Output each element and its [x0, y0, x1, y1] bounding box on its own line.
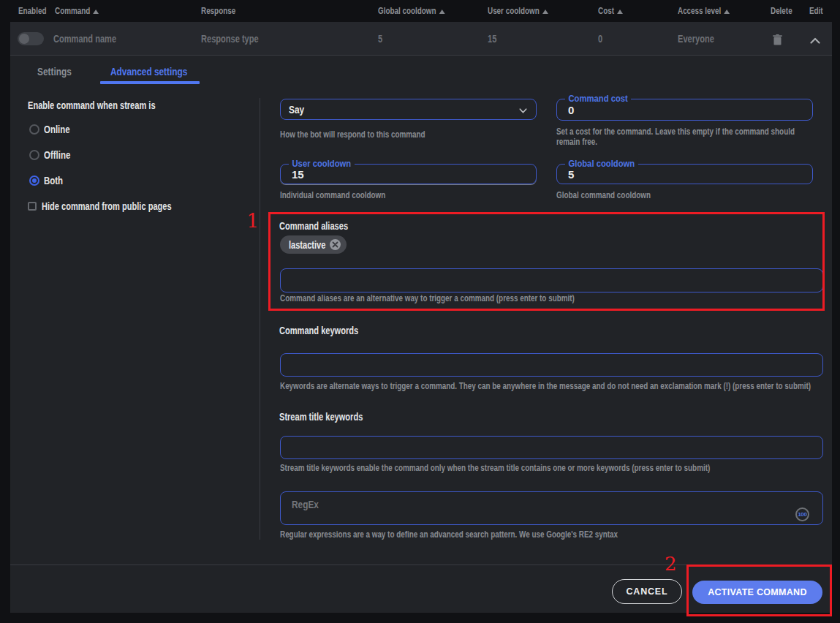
hide-command-checkbox[interactable]: Hide command from public pages	[28, 201, 206, 211]
command-cost-value: 0	[568, 99, 574, 120]
col-header-enabled: Enabled	[18, 0, 46, 22]
col-header-command[interactable]: Command	[55, 0, 99, 22]
row-command-name: Command name	[53, 22, 116, 56]
col-header-label: Global cooldown	[378, 6, 436, 16]
cancel-button[interactable]: CANCEL	[612, 579, 682, 604]
col-header-delete: Delete	[771, 0, 792, 22]
col-header-label: Cost	[598, 6, 614, 16]
row-access-level: Everyone	[678, 22, 714, 56]
regex-placeholder: RegEx	[292, 498, 319, 510]
row-global-cooldown: 5	[378, 22, 382, 56]
col-header-edit: Edit	[809, 0, 823, 22]
col-header-label: Access level	[678, 6, 721, 16]
table-header: Enabled Command Response Global cooldown…	[0, 0, 840, 22]
toggle-thumb	[19, 34, 29, 44]
radio-circle-icon[interactable]	[29, 150, 39, 160]
radio-circle-icon[interactable]	[29, 124, 39, 135]
col-header-label: Enabled	[18, 6, 46, 16]
response-type-value: Say	[281, 103, 304, 116]
row-cost: 0	[598, 22, 602, 56]
col-header-label: User cooldown	[488, 6, 540, 16]
col-header-global-cooldown[interactable]: Global cooldown	[378, 0, 444, 22]
sort-asc-icon[interactable]	[724, 10, 730, 14]
col-header-access-level[interactable]: Access level	[678, 0, 730, 22]
char-counter-badge: 100	[795, 507, 809, 521]
response-type-caption: How the bot will respond to this command	[280, 130, 425, 140]
command-row: Command name Response type 5 15 0 Everyo…	[10, 22, 832, 56]
stream-title-keywords-heading: Stream title keywords	[279, 411, 363, 423]
keywords-input[interactable]	[280, 353, 823, 377]
col-header-response: Response	[201, 0, 235, 22]
sort-asc-icon[interactable]	[617, 10, 623, 14]
checkbox-label: Hide command from public pages	[42, 200, 172, 212]
response-type-select[interactable]: Say	[280, 99, 537, 120]
collapse-row-button[interactable]	[807, 32, 823, 48]
checkbox-icon[interactable]	[28, 202, 37, 211]
user-cooldown-field[interactable]: User cooldown 15	[280, 164, 537, 184]
user-cooldown-value: 15	[292, 165, 304, 184]
col-header-label: Command	[55, 6, 90, 16]
command-cost-label: Command cost	[565, 94, 631, 104]
annotation-number-2: 2	[665, 554, 677, 573]
annotation-box-2	[686, 565, 832, 616]
global-cooldown-field[interactable]: Global cooldown 5	[556, 164, 813, 184]
radio-label: Both	[44, 175, 63, 186]
radio-offline[interactable]: Offline	[29, 149, 77, 161]
stream-title-keywords-input[interactable]	[280, 436, 823, 459]
char-counter-value: 100	[798, 511, 807, 518]
chevron-down-icon	[518, 105, 528, 115]
sort-asc-icon[interactable]	[439, 10, 445, 14]
global-cooldown-caption: Global command cooldown	[556, 191, 651, 201]
trash-icon	[773, 34, 782, 45]
row-user-cooldown: 15	[488, 22, 496, 56]
column-divider	[260, 98, 260, 540]
row-response-type: Response type	[201, 22, 259, 56]
col-header-user-cooldown[interactable]: User cooldown	[488, 0, 548, 22]
radio-label: Online	[44, 124, 70, 135]
radio-both[interactable]: Both	[29, 175, 68, 186]
annotation-number-1: 1	[246, 211, 259, 230]
user-cooldown-caption: Individual command cooldown	[280, 191, 385, 201]
col-header-label: Edit	[809, 6, 823, 16]
chevron-up-icon	[810, 37, 820, 44]
col-header-cost[interactable]: Cost	[598, 0, 623, 22]
tab-advanced-settings[interactable]: Advanced settings	[110, 63, 187, 79]
delete-command-button[interactable]	[769, 31, 785, 48]
global-cooldown-label: Global cooldown	[565, 159, 638, 169]
keywords-caption: Keywords are alternate ways to trigger a…	[280, 382, 811, 392]
command-panel: Command name Response type 5 15 0 Everyo…	[10, 22, 832, 613]
active-tab-indicator	[100, 81, 200, 84]
command-cost-field[interactable]: Command cost 0	[556, 99, 813, 121]
radio-selected-icon[interactable]	[29, 175, 39, 186]
radio-label: Offline	[44, 149, 70, 161]
keywords-heading: Command keywords	[279, 325, 358, 336]
annotation-box-1	[268, 212, 825, 311]
regex-input[interactable]: RegEx 100	[280, 491, 823, 525]
global-cooldown-value: 5	[568, 165, 574, 184]
col-header-label: Delete	[771, 6, 792, 16]
regex-caption: Regular expressions are a way to define …	[280, 530, 618, 540]
radio-online[interactable]: Online	[29, 124, 77, 135]
sort-asc-icon[interactable]	[93, 10, 99, 14]
stream-state-heading: Enable command when stream is	[28, 99, 156, 111]
col-header-label: Response	[201, 6, 235, 16]
tab-settings[interactable]: Settings	[37, 63, 72, 79]
enabled-toggle[interactable]	[18, 32, 44, 45]
stream-title-keywords-caption: Stream title keywords enable the command…	[280, 464, 710, 474]
sort-asc-icon[interactable]	[542, 10, 548, 14]
command-cost-caption: Set a cost for the command. Leave this e…	[556, 127, 799, 147]
